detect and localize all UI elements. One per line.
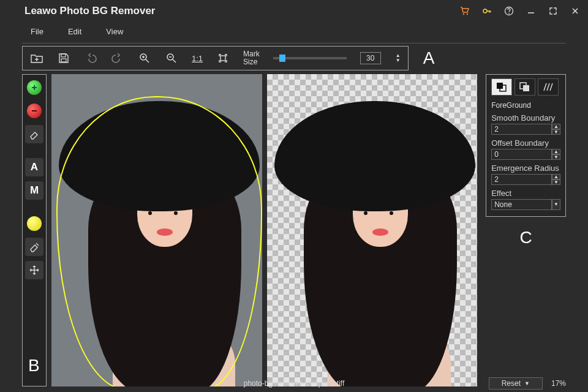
actual-size-button[interactable]: 1:1 — [192, 51, 203, 65]
title-bar: Leawo Photo BG Remover — [0, 0, 588, 22]
original-canvas[interactable] — [51, 74, 262, 386]
minimize-icon[interactable] — [526, 6, 537, 17]
top-toolbar-area: 1:1 Mark Size 30 ▲ ▼ A — [0, 43, 588, 74]
reset-button[interactable]: Reset ▼ — [489, 377, 543, 390]
menu-bar: File Edit View — [0, 22, 588, 40]
chevron-down-icon[interactable]: ▼ — [552, 199, 560, 210]
chevron-up-icon[interactable]: ▲ — [552, 174, 560, 179]
emergence-radius-spinner[interactable]: ▲▼ — [552, 174, 560, 185]
svg-point-1 — [467, 13, 468, 15]
figure-mark-1 — [364, 211, 368, 215]
maximize-icon[interactable] — [548, 6, 559, 17]
cart-icon[interactable] — [459, 6, 470, 17]
eraser-button[interactable] — [25, 125, 43, 143]
svg-rect-19 — [221, 56, 225, 61]
svg-rect-10 — [61, 54, 66, 57]
tab-foreground[interactable] — [491, 78, 512, 96]
right-panel-box: ForeGround Smooth Boundary 2 ▲▼ Offset B… — [486, 74, 566, 217]
save-button[interactable] — [57, 51, 70, 65]
auto-mode-button[interactable]: A — [25, 158, 43, 176]
mark-size-label: Mark Size — [243, 50, 260, 66]
menu-edit[interactable]: Edit — [68, 27, 81, 36]
menu-view[interactable]: View — [106, 27, 123, 36]
tab-edges[interactable] — [538, 78, 559, 96]
svg-point-2 — [483, 9, 487, 13]
zoom-in-button[interactable] — [138, 51, 151, 65]
add-file-button[interactable] — [30, 51, 43, 65]
chevron-down-icon[interactable]: ▼ — [552, 179, 560, 185]
status-bar: photo-bg-remover-sample-1.tiff Reset ▼ 1… — [0, 376, 588, 392]
svg-line-13 — [146, 59, 149, 62]
mark-size-label-line2: Size — [243, 58, 260, 66]
menu-file[interactable]: File — [31, 27, 43, 36]
offset-boundary-spinner[interactable]: ▲▼ — [552, 149, 560, 160]
right-panel-tabs — [491, 78, 560, 96]
zoom-out-button[interactable] — [165, 51, 178, 65]
title-bar-right — [459, 6, 581, 17]
chevron-down-icon[interactable]: ▼ — [552, 154, 560, 160]
offset-boundary-input[interactable]: 0 — [491, 149, 552, 160]
annotation-b: B — [28, 356, 40, 375]
close-icon[interactable] — [570, 6, 581, 17]
effect-dropdown-arrow[interactable]: ▼ — [552, 199, 560, 210]
svg-line-23 — [36, 243, 39, 246]
chevron-down-icon: ▼ — [524, 380, 530, 386]
right-panel-section-title: ForeGround — [491, 101, 531, 110]
offset-boundary-label: Offset Boundary — [491, 138, 560, 148]
fit-screen-button[interactable] — [216, 51, 230, 65]
annotation-a: A — [423, 48, 435, 68]
mark-background-button[interactable] — [27, 104, 42, 118]
annotation-c: C — [486, 228, 566, 247]
mark-foreground-button[interactable] — [27, 80, 42, 95]
clear-marks-button[interactable] — [25, 238, 43, 256]
effect-label: Effect — [491, 189, 560, 198]
svg-point-0 — [463, 13, 464, 15]
figure-hat — [274, 101, 475, 211]
chevron-down-icon[interactable]: ▼ — [552, 129, 560, 135]
help-icon[interactable] — [503, 6, 514, 17]
mark-size-value[interactable]: 30 — [360, 52, 381, 64]
chevron-up-icon[interactable]: ▲ — [552, 124, 560, 129]
outline-toggle-button[interactable] — [27, 216, 42, 231]
smooth-boundary-input[interactable]: 2 — [491, 124, 552, 135]
app-title: Leawo Photo BG Remover — [24, 5, 155, 17]
figure-mark-2 — [390, 211, 393, 215]
effect-select[interactable]: None — [491, 199, 552, 210]
mark-size-down-icon[interactable]: ▼ — [396, 58, 401, 63]
svg-point-4 — [508, 13, 510, 14]
emergence-radius-input[interactable]: 2 — [491, 174, 552, 185]
svg-rect-27 — [523, 85, 529, 91]
mark-size-spinner[interactable]: ▲ ▼ — [396, 53, 401, 63]
zoom-level-label: 17% — [551, 379, 566, 388]
reset-button-label: Reset — [502, 379, 521, 388]
filename-label: photo-bg-remover-sample-1.tiff — [244, 379, 345, 388]
svg-line-17 — [173, 59, 176, 62]
smooth-boundary-label: Smooth Boundary — [491, 113, 560, 123]
mark-size-slider-thumb[interactable] — [279, 55, 285, 62]
top-toolbar: 1:1 Mark Size 30 ▲ ▼ — [22, 46, 409, 70]
redo-button[interactable] — [111, 51, 124, 65]
key-icon[interactable] — [481, 6, 492, 17]
chevron-up-icon[interactable]: ▲ — [552, 149, 560, 154]
mark-size-slider[interactable] — [273, 57, 347, 59]
move-button[interactable] — [25, 261, 43, 279]
left-toolbar: A M — [22, 74, 47, 386]
svg-rect-11 — [61, 59, 66, 62]
manual-mode-button[interactable]: M — [25, 181, 43, 200]
undo-button[interactable] — [84, 51, 97, 65]
right-panel: ForeGround Smooth Boundary 2 ▲▼ Offset B… — [486, 74, 566, 386]
work-area: A M B — [0, 74, 588, 386]
tab-background[interactable] — [514, 78, 535, 96]
smooth-boundary-spinner[interactable]: ▲▼ — [552, 124, 560, 135]
result-canvas[interactable] — [267, 74, 478, 386]
figure-hat — [59, 101, 260, 211]
emergence-radius-label: Emergence Radius — [491, 164, 560, 173]
